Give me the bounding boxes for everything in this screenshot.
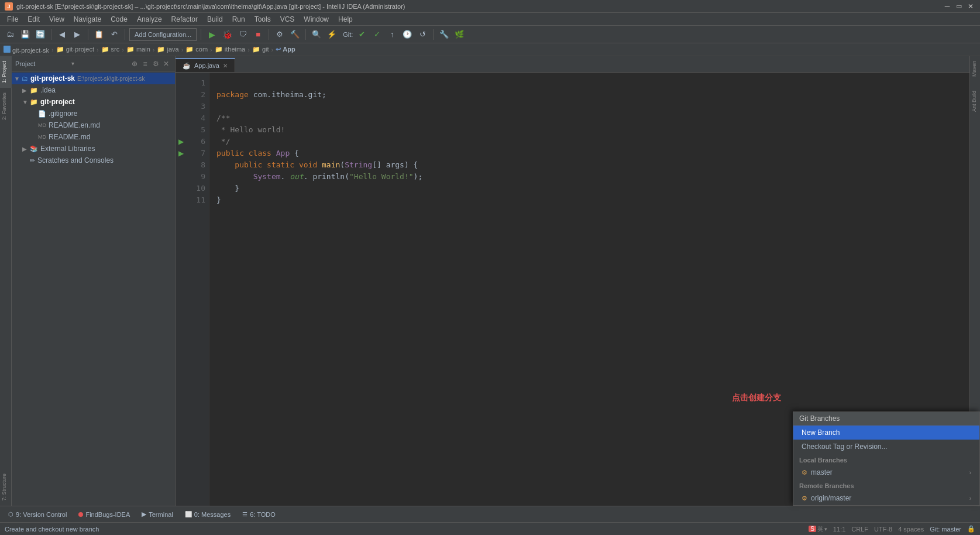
branch-item-new-branch[interactable]: New Branch bbox=[793, 426, 979, 440]
menu-tools[interactable]: Tools bbox=[250, 14, 276, 25]
bottom-tab-todo[interactable]: ☰ 6: TODO bbox=[236, 508, 281, 521]
menu-help[interactable]: Help bbox=[333, 14, 357, 25]
gutter-7[interactable]: ▶ bbox=[176, 148, 186, 159]
tree-item-scratches[interactable]: ✏ Scratches and Consoles bbox=[12, 155, 175, 166]
line-num-5: 5 bbox=[190, 124, 205, 136]
checkout-tag-label: Checkout Tag or Revision... bbox=[802, 443, 888, 451]
tree-item-readme[interactable]: MD README.md bbox=[12, 131, 175, 143]
line-num-11: 11 bbox=[190, 194, 205, 206]
run-button[interactable]: ▶ bbox=[205, 28, 218, 41]
breadcrumb-git-project-sk[interactable]: git-project-sk bbox=[4, 46, 49, 54]
menu-analyze[interactable]: Analyze bbox=[132, 14, 167, 25]
toolbar-search-btn[interactable]: 🔍 bbox=[310, 28, 323, 41]
status-indent[interactable]: 4 spaces bbox=[898, 526, 924, 533]
ime-status[interactable]: S 英 ▾ bbox=[809, 525, 827, 533]
breadcrumb-git[interactable]: 📁git bbox=[252, 46, 269, 53]
tree-label-scratches: Scratches and Consoles bbox=[37, 156, 114, 164]
breadcrumb-com[interactable]: 📁com bbox=[185, 46, 208, 53]
bottom-tab-findbugs[interactable]: FindBugs-IDEA bbox=[73, 508, 136, 521]
menu-run[interactable]: Run bbox=[228, 14, 250, 25]
project-scope-btn[interactable]: ⊕ bbox=[129, 59, 140, 69]
tree-icon-idea: 📁 bbox=[30, 87, 38, 94]
menu-build[interactable]: Build bbox=[202, 14, 228, 25]
close-button[interactable]: ✕ bbox=[966, 2, 975, 11]
menu-window[interactable]: Window bbox=[299, 14, 333, 25]
menu-navigate[interactable]: Navigate bbox=[69, 14, 106, 25]
stop-button[interactable]: ■ bbox=[252, 28, 264, 41]
git-revert-btn[interactable]: ↺ bbox=[416, 28, 429, 41]
toolbar-back-btn[interactable]: ◀ bbox=[56, 28, 68, 41]
toolbar-project-btn[interactable]: 🗂 bbox=[4, 28, 16, 41]
git-branch-btn[interactable]: 🌿 bbox=[453, 28, 466, 41]
breadcrumb-src[interactable]: 📁src bbox=[101, 46, 120, 53]
run-with-coverage-btn[interactable]: 🛡 bbox=[236, 28, 249, 41]
breadcrumb-app[interactable]: ↩App bbox=[276, 46, 295, 53]
bottom-tab-version-control[interactable]: ⬡ 9: Version Control bbox=[2, 508, 73, 521]
tree-sublabel-root: E:\project-sk\git-project-sk bbox=[77, 76, 145, 82]
toolbar-undo-btn[interactable]: ↶ bbox=[108, 28, 121, 41]
minimize-button[interactable]: ─ bbox=[943, 2, 952, 11]
sidebar-tab-structure[interactable]: 7: Structure bbox=[0, 469, 12, 506]
debug-button[interactable]: 🐞 bbox=[221, 28, 234, 41]
breadcrumb-git-project[interactable]: 📁git-project bbox=[56, 46, 94, 53]
git-settings-btn[interactable]: 🔧 bbox=[438, 28, 451, 41]
git-commit-btn[interactable]: ✓ bbox=[370, 28, 383, 41]
project-close-btn[interactable]: ✕ bbox=[161, 59, 171, 69]
toolbar-forward-btn[interactable]: ▶ bbox=[71, 28, 84, 41]
status-linesep[interactable]: CRLF bbox=[851, 526, 868, 533]
breadcrumb-java[interactable]: 📁java bbox=[157, 46, 178, 53]
project-settings-btn[interactable]: ⚙ bbox=[150, 59, 161, 69]
branch-item-master[interactable]: ⚙ master › bbox=[793, 465, 979, 479]
menu-view[interactable]: View bbox=[44, 14, 69, 25]
maximize-button[interactable]: ▭ bbox=[954, 2, 964, 11]
tree-label-ext-libs: External Libraries bbox=[40, 145, 95, 153]
breadcrumb-itheima[interactable]: 📁itheima bbox=[215, 46, 245, 53]
tree-item-git-project[interactable]: ▼ 📁 git-project bbox=[12, 96, 175, 108]
menu-edit[interactable]: Edit bbox=[23, 14, 44, 25]
run-icon-line6: ▶ bbox=[178, 138, 184, 146]
line-num-8: 8 bbox=[190, 159, 205, 171]
bottom-tab-messages[interactable]: ⬜ 0: Messages bbox=[179, 508, 236, 521]
toolbar-save-btn[interactable]: 💾 bbox=[19, 28, 32, 41]
editor-tab-app-java[interactable]: ☕ App.java ✕ bbox=[176, 58, 235, 72]
tree-item-idea[interactable]: ▶ 📁 .idea bbox=[12, 84, 175, 96]
build-btn[interactable]: ⚙ bbox=[273, 28, 286, 41]
toolbar-git-btn[interactable]: ⚡ bbox=[325, 28, 338, 41]
right-tab-maven[interactable]: Maven bbox=[970, 56, 980, 81]
toolbar-cm-btn[interactable]: 📋 bbox=[92, 28, 105, 41]
branch-item-origin-master[interactable]: ⚙ origin/master › bbox=[793, 491, 979, 505]
findbugs-icon bbox=[78, 512, 83, 517]
rebuild-btn[interactable]: 🔨 bbox=[288, 28, 301, 41]
toolbar-sep-4 bbox=[201, 29, 201, 40]
sidebar-tab-project[interactable]: 1: Project bbox=[0, 56, 12, 88]
git-check-btn[interactable]: ✔ bbox=[355, 28, 368, 41]
sidebar-vertical-tabs: 1: Project 2: Favorites 7: Structure bbox=[0, 56, 12, 506]
branch-item-checkout-tag[interactable]: Checkout Tag or Revision... bbox=[793, 440, 979, 454]
tree-item-external-libs[interactable]: ▶ 📚 External Libraries bbox=[12, 143, 175, 155]
toolbar-sync-btn[interactable]: 🔄 bbox=[34, 28, 47, 41]
branch-icon-master: ⚙ bbox=[802, 469, 807, 476]
git-push-btn[interactable]: ↑ bbox=[386, 28, 398, 41]
menu-code[interactable]: Code bbox=[106, 14, 132, 25]
gutter-6[interactable]: ▶ bbox=[176, 136, 186, 148]
right-tab-ant[interactable]: Ant Build bbox=[970, 86, 980, 116]
sidebar-tab-favorites[interactable]: 2: Favorites bbox=[0, 88, 12, 125]
tab-label-app-java: App.java bbox=[194, 62, 219, 69]
status-encoding[interactable]: UTF-8 bbox=[874, 526, 892, 533]
add-config-button[interactable]: Add Configuration... bbox=[129, 28, 197, 41]
menu-file[interactable]: File bbox=[2, 14, 23, 25]
git-update-btn[interactable]: 🕑 bbox=[401, 28, 414, 41]
tab-close-app-java[interactable]: ✕ bbox=[223, 63, 228, 69]
bottom-tab-terminal[interactable]: ▶ Terminal bbox=[136, 508, 179, 521]
menu-vcs[interactable]: VCS bbox=[276, 14, 300, 25]
status-position[interactable]: 11:1 bbox=[833, 526, 845, 533]
run-icon-line7: ▶ bbox=[178, 149, 184, 157]
project-collapse-btn[interactable]: ≡ bbox=[140, 59, 150, 69]
tree-item-gitignore[interactable]: 📄 .gitignore bbox=[12, 108, 175, 119]
menu-refactor[interactable]: Refactor bbox=[167, 14, 202, 25]
tree-item-root[interactable]: ▼ 🗂 git-project-sk E:\project-sk\git-pro… bbox=[12, 73, 175, 84]
tree-item-readme-en[interactable]: MD README.en.md bbox=[12, 119, 175, 131]
status-git[interactable]: Git: master bbox=[930, 526, 961, 533]
toolbar: 🗂 💾 🔄 ◀ ▶ 📋 ↶ Add Configuration... ▶ 🐞 🛡… bbox=[0, 26, 980, 43]
breadcrumb-main[interactable]: 📁main bbox=[126, 46, 150, 53]
